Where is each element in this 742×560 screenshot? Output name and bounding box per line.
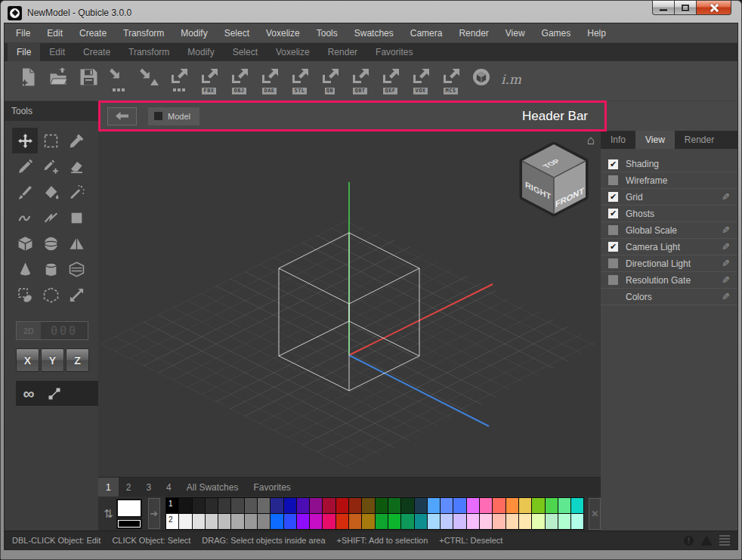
edit-pencil-icon[interactable]: ✎ — [722, 274, 730, 286]
swatch-cell[interactable] — [376, 514, 388, 529]
delete-swatch-button[interactable]: ✕ — [589, 498, 601, 530]
rect-select-tool[interactable] — [38, 128, 63, 153]
menu-item-render[interactable]: Render — [450, 24, 496, 42]
frame-tool[interactable] — [38, 282, 63, 308]
swatch-cell[interactable] — [271, 514, 283, 529]
checkbox-directional-light[interactable] — [608, 258, 618, 268]
swatch-cell[interactable] — [401, 514, 413, 529]
ribbon-tab-favorites[interactable]: Favorites — [366, 43, 422, 61]
swatch-cell[interactable] — [519, 514, 531, 529]
swatch-cell[interactable] — [231, 514, 243, 529]
swatch-cell[interactable] — [336, 498, 348, 513]
swatch-cell[interactable] — [376, 498, 388, 513]
edit-pencil-icon[interactable]: ✎ — [722, 224, 730, 236]
swatch-tab-3[interactable]: 3 — [138, 478, 159, 497]
menu-item-file[interactable]: File — [8, 24, 39, 42]
export-dae-button[interactable]: DAE — [259, 67, 280, 94]
swatch-cell[interactable] — [258, 514, 270, 529]
background-color-swatch[interactable] — [116, 518, 142, 529]
back-button[interactable] — [107, 107, 137, 125]
menu-item-select[interactable]: Select — [216, 24, 258, 42]
eraser-tool[interactable] — [63, 153, 89, 179]
export-stl-button[interactable]: STL — [289, 67, 310, 94]
color-picker-tool[interactable] — [63, 128, 89, 153]
sphere-tool[interactable] — [38, 230, 63, 256]
swatch-cell[interactable] — [493, 498, 505, 513]
swatch-cell[interactable] — [193, 498, 205, 513]
ribbon-tab-create[interactable]: Create — [74, 43, 119, 61]
edit-pencil-icon[interactable]: ✎ — [722, 191, 730, 203]
swatch-cell[interactable] — [271, 498, 283, 513]
tab-view[interactable]: View — [635, 131, 675, 149]
menu-item-camera[interactable]: Camera — [402, 24, 451, 42]
swatch-cell[interactable]: 2 — [166, 514, 178, 529]
swatch-tab-1[interactable]: 1 — [98, 478, 119, 497]
swatch-cell[interactable] — [480, 498, 492, 513]
log-menu-icon[interactable] — [719, 535, 730, 546]
export-mcs-button[interactable]: MCS — [441, 67, 461, 94]
swatch-cell[interactable] — [206, 498, 218, 513]
pencil-add-tool[interactable] — [38, 153, 63, 179]
line-mode-button[interactable] — [42, 381, 67, 406]
minimize-button[interactable] — [652, 1, 675, 15]
export-qb-button[interactable]: QB — [320, 67, 340, 94]
brush-tool[interactable] — [12, 179, 38, 205]
resize-tool[interactable] — [63, 282, 89, 308]
view-cube[interactable]: TOP RIGHT FRONT — [519, 141, 589, 217]
swatch-cell[interactable] — [480, 514, 492, 529]
menu-item-edit[interactable]: Edit — [39, 24, 71, 42]
swap-colors-icon[interactable]: ⇅ — [104, 507, 113, 521]
swatch-cell[interactable] — [546, 514, 558, 529]
export-qef-button[interactable]: QEF — [380, 67, 400, 94]
import-mesh-button[interactable] — [138, 67, 159, 87]
menu-item-tools[interactable]: Tools — [308, 24, 346, 42]
info-icon[interactable]: ! — [684, 536, 694, 546]
model-tab[interactable]: Model — [148, 107, 199, 125]
swatch-cell[interactable] — [441, 514, 453, 529]
swatch-cell[interactable] — [506, 514, 518, 529]
swatch-cell[interactable] — [297, 498, 309, 513]
menu-item-swatches[interactable]: Swatches — [346, 24, 402, 42]
swatch-cell[interactable] — [415, 514, 427, 529]
maximize-button[interactable] — [675, 1, 697, 15]
cylinder-tool[interactable] — [38, 256, 63, 282]
menu-item-transform[interactable]: Transform — [115, 24, 172, 42]
checkbox-resolution-gate[interactable] — [608, 275, 618, 285]
close-button[interactable] — [697, 1, 731, 15]
swatch-cell[interactable] — [428, 498, 440, 513]
fill-bucket-tool[interactable] — [38, 179, 63, 205]
swatch-cell[interactable] — [493, 514, 505, 529]
sketchfab-button[interactable] — [471, 67, 491, 87]
export-fbx-button[interactable]: FBX — [199, 67, 219, 94]
swatch-cell[interactable] — [388, 498, 400, 513]
swatch-cell[interactable] — [245, 514, 257, 529]
swatch-cell[interactable] — [258, 498, 270, 513]
export-vox-button[interactable]: VOX — [410, 67, 431, 94]
swatch-tab-all-swatches[interactable]: All Swatches — [179, 478, 246, 497]
magic-wand-tool[interactable] — [63, 179, 89, 205]
swatch-cell[interactable] — [231, 498, 243, 513]
swatch-cell[interactable] — [467, 514, 479, 529]
viewport-3d[interactable]: TOP RIGHT FRONT ⌂ — [98, 131, 601, 477]
export-obj-button[interactable]: OBJ — [229, 67, 249, 94]
swatch-cell[interactable] — [519, 498, 531, 513]
swatch-cell[interactable] — [179, 514, 191, 529]
menu-item-modify[interactable]: Modify — [172, 24, 215, 42]
ribbon-tab-transform[interactable]: Transform — [119, 43, 178, 61]
new-file-button[interactable] — [17, 67, 38, 87]
swatch-cell[interactable] — [179, 498, 191, 513]
checkbox-grid[interactable]: ✔ — [608, 192, 618, 202]
ribbon-tab-voxelize[interactable]: Voxelize — [267, 43, 319, 61]
swatch-cell[interactable] — [453, 514, 465, 529]
axis-z-button[interactable]: Z — [66, 348, 89, 372]
axis-x-button[interactable]: X — [16, 348, 39, 372]
swatch-cell[interactable] — [323, 514, 335, 529]
home-view-icon[interactable]: ⌂ — [587, 134, 595, 147]
swatch-tab-4[interactable]: 4 — [159, 478, 179, 497]
menu-item-voxelize[interactable]: Voxelize — [258, 24, 308, 42]
select-paint-tool[interactable] — [12, 282, 38, 308]
swatch-cell[interactable] — [388, 514, 400, 529]
swatch-cell[interactable] — [401, 498, 413, 513]
swatch-cell[interactable] — [218, 498, 230, 513]
edit-pencil-icon[interactable]: ✎ — [722, 291, 730, 302]
